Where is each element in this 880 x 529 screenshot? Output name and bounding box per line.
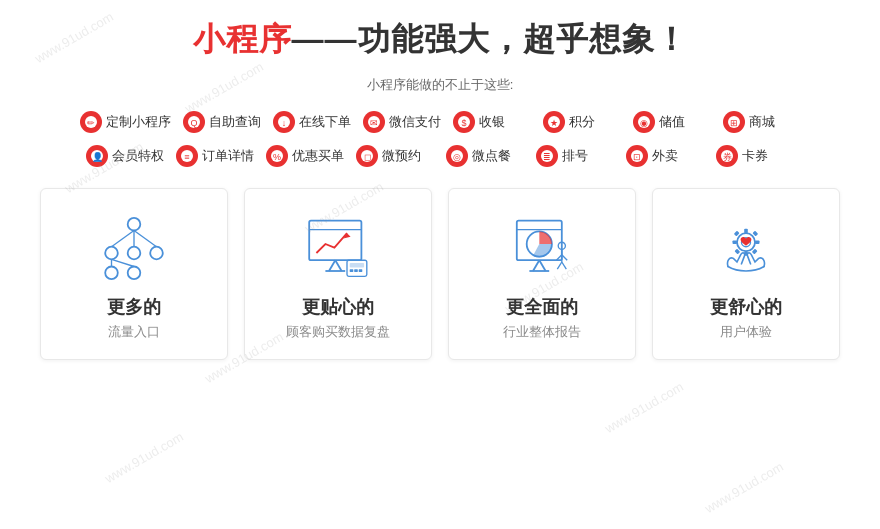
svg-rect-71 — [755, 240, 760, 244]
card-subtitle: 用户体验 — [720, 323, 772, 341]
feature-item: ↓ 在线下单 — [267, 108, 357, 136]
card-subtitle: 行业整体报告 — [503, 323, 581, 341]
feature-icon: ★ — [543, 111, 565, 133]
svg-line-52 — [335, 260, 341, 271]
svg-text:◉: ◉ — [640, 118, 648, 128]
heart-icon — [706, 213, 786, 283]
svg-rect-48 — [350, 269, 354, 272]
svg-text:◻: ◻ — [364, 152, 371, 162]
feature-item: ◎ 微点餐 — [440, 142, 530, 170]
feature-icon: ↓ — [273, 111, 295, 133]
card-title: 更舒心的 — [710, 295, 782, 319]
feature-label: 储值 — [659, 113, 685, 131]
feature-item: ⊡ 外卖 — [620, 142, 710, 170]
svg-text:≣: ≣ — [543, 152, 551, 162]
svg-text:⊞: ⊞ — [730, 118, 738, 128]
chart-icon — [298, 213, 378, 283]
svg-point-32 — [128, 217, 141, 230]
card-title: 更全面的 — [506, 295, 578, 319]
feature-item: 👤 会员特权 — [80, 142, 170, 170]
svg-line-63 — [533, 260, 539, 271]
svg-point-35 — [150, 246, 163, 259]
subtitle: 小程序能做的不止于这些: — [30, 76, 850, 94]
title-highlight: 小程序 — [193, 21, 292, 57]
feature-item: 券 卡券 — [710, 142, 800, 170]
feature-icon: ≡ — [176, 145, 198, 167]
feature-label: 微点餐 — [472, 147, 511, 165]
feature-item: $ 收银 — [447, 108, 537, 136]
feature-label: 订单详情 — [202, 147, 254, 165]
feature-label: 卡券 — [742, 147, 768, 165]
feature-icon: ≣ — [536, 145, 558, 167]
feature-icon: 👤 — [86, 145, 108, 167]
feature-item: % 优惠买单 — [260, 142, 350, 170]
card-subtitle: 顾客购买数据复盘 — [286, 323, 390, 341]
svg-text:↓: ↓ — [281, 118, 286, 128]
svg-text:✉: ✉ — [370, 118, 378, 128]
svg-text:⊡: ⊡ — [633, 152, 641, 162]
report-icon — [502, 213, 582, 283]
card-title: 更多的 — [107, 295, 161, 319]
feature-label: 优惠买单 — [292, 147, 344, 165]
svg-rect-72 — [734, 230, 740, 236]
cards-section: 更多的流量入口 更贴心的顾客购买数据复盘 更全面的行 — [30, 188, 850, 360]
feature-item: ≡ 订单详情 — [170, 142, 260, 170]
svg-text:👤: 👤 — [92, 151, 104, 163]
feature-label: 微信支付 — [389, 113, 441, 131]
svg-rect-49 — [354, 269, 358, 272]
feature-label: 积分 — [569, 113, 595, 131]
feature-icon: ◻ — [356, 145, 378, 167]
feature-icon: ⊡ — [626, 145, 648, 167]
card-data: 更贴心的顾客购买数据复盘 — [244, 188, 432, 360]
svg-line-64 — [539, 260, 545, 271]
page-title: 小程序——功能强大，超乎想象！ — [30, 18, 850, 62]
svg-rect-70 — [733, 240, 738, 244]
feature-item: ⊞ 商城 — [717, 108, 807, 136]
feature-icon: ✉ — [363, 111, 385, 133]
svg-line-42 — [112, 259, 135, 266]
feature-label: 会员特权 — [112, 147, 164, 165]
card-title: 更贴心的 — [302, 295, 374, 319]
svg-text:★: ★ — [550, 118, 558, 128]
tree-icon — [94, 213, 174, 283]
page-wrapper: 小程序——功能强大，超乎想象！ 小程序能做的不止于这些: ✏ 定制小程序 Q 自… — [0, 0, 880, 529]
svg-point-36 — [105, 266, 118, 279]
svg-rect-68 — [744, 228, 748, 233]
feature-icon: ⊞ — [723, 111, 745, 133]
feature-item: ✏ 定制小程序 — [74, 108, 177, 136]
svg-text:%: % — [273, 152, 281, 162]
svg-rect-50 — [359, 269, 363, 272]
svg-line-39 — [112, 230, 135, 246]
svg-rect-74 — [734, 248, 740, 254]
svg-rect-73 — [752, 230, 758, 236]
svg-rect-47 — [350, 262, 364, 267]
svg-line-61 — [557, 262, 562, 269]
svg-rect-75 — [752, 248, 758, 254]
svg-rect-46 — [347, 260, 367, 276]
features-grid: ✏ 定制小程序 Q 自助查询 ↓ 在线下单 ✉ 微信支付 $ 收银 ★ 积分 ◉… — [30, 108, 850, 170]
svg-text:≡: ≡ — [184, 152, 189, 162]
svg-line-40 — [134, 230, 157, 246]
svg-text:◎: ◎ — [453, 152, 461, 162]
feature-label: 定制小程序 — [106, 113, 171, 131]
svg-text:Q: Q — [190, 118, 197, 128]
feature-icon: ◉ — [633, 111, 655, 133]
feature-label: 微预约 — [382, 147, 421, 165]
feature-item: Q 自助查询 — [177, 108, 267, 136]
card-traffic: 更多的流量入口 — [40, 188, 228, 360]
feature-icon: Q — [183, 111, 205, 133]
feature-icon: $ — [453, 111, 475, 133]
feature-item: ◉ 储值 — [627, 108, 717, 136]
feature-label: 自助查询 — [209, 113, 261, 131]
svg-line-62 — [562, 262, 567, 269]
feature-icon: 券 — [716, 145, 738, 167]
svg-text:$: $ — [461, 118, 466, 128]
feature-icon: ◎ — [446, 145, 468, 167]
title-section: 小程序——功能强大，超乎想象！ — [30, 18, 850, 62]
svg-text:✏: ✏ — [87, 118, 95, 128]
svg-point-33 — [105, 246, 118, 259]
card-experience: 更舒心的用户体验 — [652, 188, 840, 360]
feature-icon: ✏ — [80, 111, 102, 133]
feature-item: ✉ 微信支付 — [357, 108, 447, 136]
svg-line-51 — [329, 260, 335, 271]
